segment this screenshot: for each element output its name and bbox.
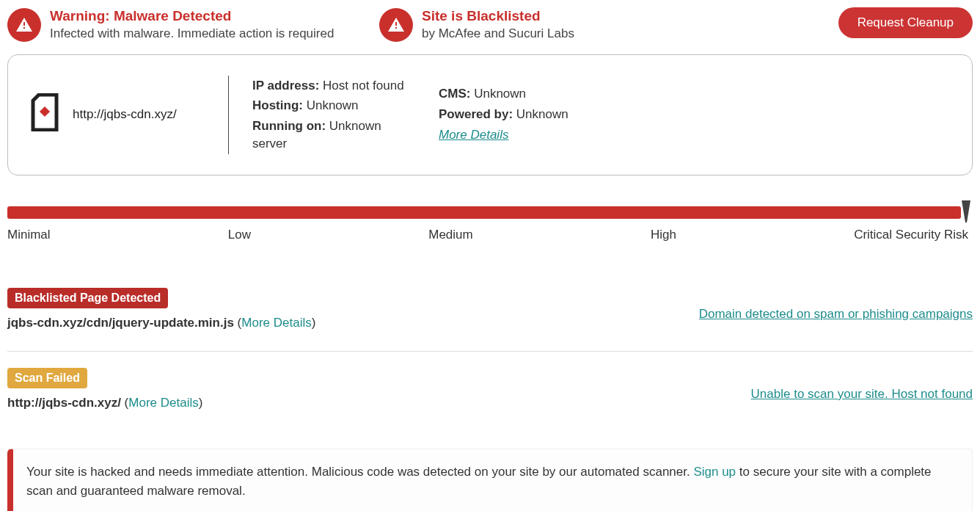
warning-malware-subtitle: Infected with malware. Immediate action … [50, 25, 334, 43]
file-icon [30, 93, 59, 136]
risk-label-minimal: Minimal [7, 226, 51, 244]
powered-label: Powered by: [439, 107, 513, 121]
alert-icon [379, 8, 413, 42]
finding-more-details-link[interactable]: More Details [128, 396, 198, 410]
warning-malware: Warning: Malware Detected Infected with … [7, 7, 370, 43]
header-warnings: Warning: Malware Detected Infected with … [7, 7, 973, 54]
finding-row: Scan Failed http://jqbs-cdn.xyz/ (More D… [7, 351, 973, 431]
site-identity: http://jqbs-cdn.xyz/ [30, 93, 228, 136]
warning-malware-title: Warning: Malware Detected [50, 7, 334, 25]
hacked-callout: Your site is hacked and needs immediate … [7, 449, 973, 511]
ip-value: Host not found [323, 79, 404, 93]
risk-label-medium: Medium [428, 226, 472, 244]
site-meta-col-2: CMS: Unknown Powered by: Unknown More De… [415, 85, 568, 143]
finding-row: Blacklisted Page Detected jqbs-cdn.xyz/c… [7, 288, 973, 351]
callout-text-pre: Your site is hacked and needs immediate … [26, 465, 693, 479]
alert-icon [7, 8, 41, 42]
finding-detail-link[interactable]: Domain detected on spam or phishing camp… [699, 307, 973, 321]
risk-meter: Minimal Low Medium High Critical Securit… [7, 206, 973, 244]
cms-label: CMS: [439, 87, 470, 101]
risk-marker-icon [959, 200, 973, 222]
running-label: Running on: [252, 119, 326, 133]
warning-blacklisted-subtitle: by McAfee and Sucuri Labs [422, 25, 574, 43]
more-details-link[interactable]: More Details [439, 128, 508, 142]
hosting-value: Unknown [307, 98, 359, 112]
risk-label-critical: Critical Security Risk [854, 226, 968, 244]
powered-value: Unknown [516, 107, 568, 121]
risk-labels: Minimal Low Medium High Critical Securit… [7, 226, 968, 244]
site-info-panel: http://jqbs-cdn.xyz/ IP address: Host no… [7, 54, 973, 175]
ip-label: IP address: [252, 79, 319, 93]
site-url: http://jqbs-cdn.xyz/ [73, 106, 177, 123]
findings-list: Blacklisted Page Detected jqbs-cdn.xyz/c… [7, 288, 973, 431]
risk-bar-fill [7, 206, 961, 219]
finding-path: jqbs-cdn.xyz/cdn/jquery-update.min.js [7, 316, 234, 330]
finding-path: http://jqbs-cdn.xyz/ [7, 396, 121, 410]
signup-link[interactable]: Sign up [693, 465, 736, 479]
warning-blacklisted-title: Site is Blacklisted [422, 7, 574, 25]
cms-value: Unknown [474, 87, 526, 101]
finding-badge: Blacklisted Page Detected [7, 288, 168, 308]
risk-label-low: Low [228, 226, 251, 244]
finding-detail-link[interactable]: Unable to scan your site. Host not found [751, 387, 973, 401]
finding-badge: Scan Failed [7, 368, 87, 388]
risk-label-high: High [651, 226, 676, 244]
site-meta-col-1: IP address: Host not found Hosting: Unkn… [229, 77, 415, 153]
request-cleanup-button[interactable]: Request Cleanup [838, 7, 973, 38]
warning-blacklisted: Site is Blacklisted by McAfee and Sucuri… [379, 7, 574, 43]
finding-more-details-link[interactable]: More Details [241, 316, 311, 330]
hosting-label: Hosting: [252, 98, 303, 112]
